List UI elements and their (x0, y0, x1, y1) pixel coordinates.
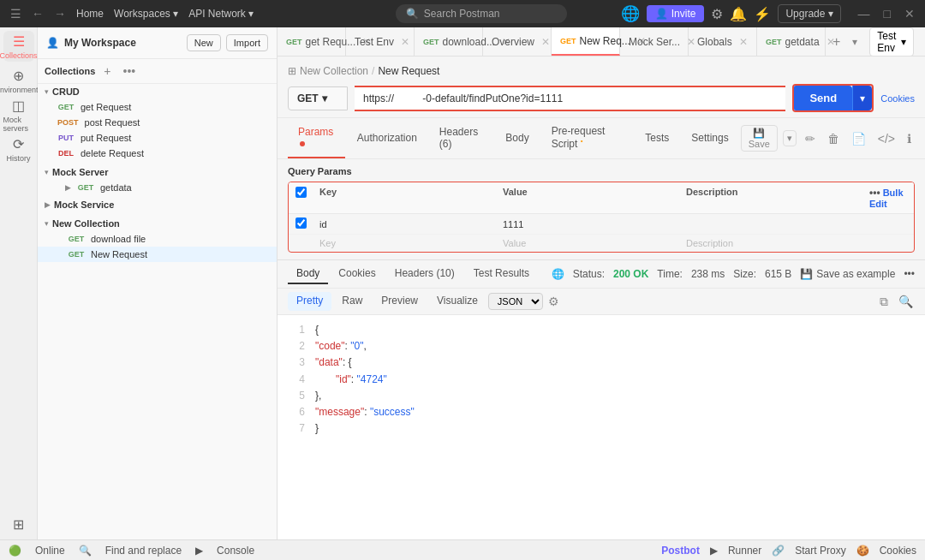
tab-overview[interactable]: Overview ✕ (483, 27, 552, 56)
tab-new-request[interactable]: GET New Req... ✕ (552, 27, 620, 56)
tree-item-getdata[interactable]: ▶ GET getdata (38, 180, 277, 195)
filter-icon[interactable]: ⚙ (545, 293, 563, 310)
request-tabs: Params Authorization Headers (6) Body Pr… (278, 118, 925, 159)
code-tab-preview[interactable]: Preview (373, 292, 427, 311)
format-select[interactable]: JSON XML HTML (488, 293, 543, 310)
tree-item-get-request[interactable]: GET get Request (38, 99, 277, 115)
new-tab-button[interactable]: + (826, 34, 847, 50)
tab-get-request[interactable]: GET get Requ... ✕ (278, 27, 346, 56)
more-tabs-button[interactable]: ▾ (847, 36, 862, 48)
nav-environments[interactable]: ⊕ Environments (3, 65, 34, 96)
upgrade-button[interactable]: Upgrade ▾ (778, 4, 840, 23)
res-tab-test-results[interactable]: Test Results (465, 264, 538, 284)
cookies-status-label[interactable]: Cookies (880, 545, 916, 557)
tab6-close[interactable]: ✕ (739, 36, 748, 48)
req-tab-settings[interactable]: Settings (681, 125, 738, 152)
find-replace-label[interactable]: Find and replace (105, 545, 182, 557)
tab-download[interactable]: GET download... ✕ (415, 27, 483, 56)
search-input[interactable]: 🔍 Search Postman (396, 4, 567, 23)
select-all-checkbox[interactable] (295, 187, 307, 198)
api-network-link[interactable]: API Network ▾ (188, 8, 254, 20)
nav-mock-servers[interactable]: ◫ Mock servers (3, 99, 34, 130)
row1-checkbox[interactable] (295, 217, 307, 229)
env-settings-icon[interactable]: ⊕ (921, 33, 925, 51)
tab-getdata[interactable]: GET getdata ✕ (757, 27, 826, 56)
send-dropdown-button[interactable]: ▾ (852, 86, 872, 110)
tab-mock-service[interactable]: Mock Ser... ✕ (620, 27, 689, 56)
res-tab-body[interactable]: Body (288, 264, 328, 284)
res-tab-cookies[interactable]: Cookies (330, 264, 384, 284)
method-select[interactable]: GET ▾ (288, 86, 348, 110)
maximize-button[interactable]: □ (880, 7, 894, 21)
save-button[interactable]: 💾 Save (741, 125, 778, 152)
start-proxy-label[interactable]: Start Proxy (795, 545, 845, 557)
req-tab-params[interactable]: Params (288, 119, 345, 158)
tab-test-env[interactable]: Test Env ✕ (346, 27, 415, 56)
cookies-link[interactable]: Cookies (880, 93, 915, 104)
add-collection-button[interactable]: + (100, 63, 114, 80)
send-button[interactable]: Send (794, 86, 852, 110)
invite-icon: 👤 (655, 8, 668, 20)
tab3-close[interactable]: ✕ (541, 36, 550, 48)
docs-icon[interactable]: 📄 (848, 130, 869, 147)
hamburger-icon[interactable]: ☰ (7, 5, 25, 22)
req-tab-tests[interactable]: Tests (635, 125, 679, 152)
close-button[interactable]: ✕ (901, 7, 918, 21)
breadcrumb-collection-link[interactable]: New Collection (300, 65, 368, 77)
code-tab-pretty[interactable]: Pretty (288, 292, 331, 311)
code-icon[interactable]: </> (874, 130, 898, 147)
tab1-close[interactable]: ✕ (401, 36, 409, 48)
tree-item-new-request[interactable]: GET New Request (38, 247, 277, 262)
invite-button[interactable]: 👤 Invite (647, 5, 705, 22)
row2-value[interactable]: Value (496, 235, 679, 252)
row2-description[interactable]: Description (679, 235, 862, 252)
trash-icon[interactable]: 🗑 (824, 130, 843, 147)
home-link[interactable]: Home (76, 8, 104, 20)
tree-item-download-file[interactable]: GET download file (38, 231, 277, 247)
workspaces-link[interactable]: Workspaces ▾ (114, 8, 178, 20)
new-button[interactable]: New (187, 34, 221, 51)
download-method-badge: GET (65, 234, 87, 244)
console-label[interactable]: Console (217, 545, 254, 557)
bell-icon[interactable]: 🔔 (730, 6, 747, 22)
tree-folder-mock-server[interactable]: ▾ Mock Server (38, 164, 277, 180)
code-tab-raw[interactable]: Raw (333, 292, 371, 311)
more-options-button[interactable]: ••• (119, 63, 139, 80)
sidebar: 👤 My Workspace New Import Collections + … (38, 27, 278, 539)
res-tab-headers[interactable]: Headers (10) (386, 264, 463, 284)
tree-folder-new-collection[interactable]: ▾ New Collection (38, 216, 277, 231)
settings-icon[interactable]: ⚙ (711, 6, 723, 22)
more-response-icon[interactable]: ••• (904, 268, 915, 280)
back-icon[interactable]: ← (28, 5, 47, 22)
row2-key[interactable]: Key (313, 235, 496, 252)
postbot-button[interactable]: Postbot (661, 545, 700, 557)
edit-icon[interactable]: ✏ (802, 130, 819, 147)
import-button[interactable]: Import (226, 34, 268, 51)
req-tab-body[interactable]: Body (495, 125, 539, 152)
copy-button[interactable]: ⧉ (878, 293, 890, 311)
info-icon[interactable]: ℹ (904, 130, 915, 147)
tree-folder-mock-service[interactable]: ▶ Mock Service (38, 197, 277, 212)
search-code-button[interactable]: 🔍 (897, 293, 915, 311)
req-tab-headers[interactable]: Headers (6) (429, 119, 493, 158)
req-tab-pre-request[interactable]: Pre-request Script • (541, 118, 634, 158)
req-tab-authorization[interactable]: Authorization (347, 125, 427, 152)
nav-history[interactable]: ⟳ History (3, 134, 34, 164)
tab-globals[interactable]: Globals ✕ (689, 27, 757, 56)
save-example-button[interactable]: 💾 Save as example (800, 268, 895, 280)
tree-item-post-request[interactable]: POST post Request (38, 115, 277, 130)
nav-apis[interactable]: ⊞ (3, 509, 34, 539)
forward-icon[interactable]: → (51, 5, 69, 22)
runner-label[interactable]: Runner (728, 545, 761, 557)
tree-item-delete-request[interactable]: DEL delete Request (38, 146, 277, 161)
tree-folder-crud[interactable]: ▾ CRUD (38, 84, 277, 99)
tree-item-put-request[interactable]: PUT put Request (38, 130, 277, 146)
nav-collections[interactable]: ☰ Collections (3, 31, 34, 62)
save-dropdown[interactable]: ▾ (783, 130, 797, 146)
env-selector[interactable]: Test Env ▾ (869, 27, 914, 57)
url-input[interactable] (355, 86, 785, 111)
minimize-button[interactable]: — (855, 7, 874, 21)
sidebar-header: 👤 My Workspace New Import (38, 27, 277, 59)
code-tab-visualize[interactable]: Visualize (428, 292, 486, 311)
lightning-icon[interactable]: ⚡ (754, 6, 771, 22)
